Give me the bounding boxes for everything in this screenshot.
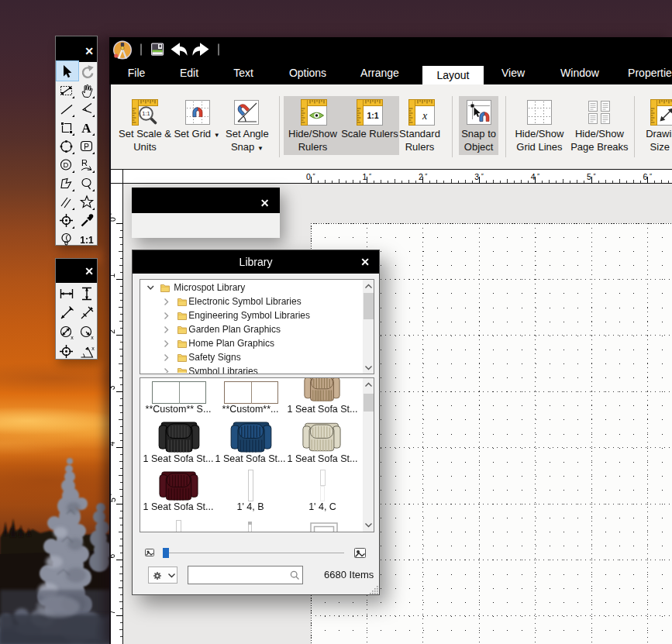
svg-text:x: x (71, 335, 74, 340)
svg-text:2: 2 (419, 172, 423, 181)
svg-text:R: R (81, 158, 88, 167)
svg-text:″: ″ (425, 172, 427, 180)
svg-text:3 ″: 3 ″ (111, 381, 117, 390)
svg-text:1 ″: 1 ″ (111, 269, 117, 278)
svg-text:A: A (81, 121, 91, 136)
svg-text:x: x (422, 110, 428, 122)
svg-text:″: ″ (537, 172, 539, 180)
svg-text:″: ″ (312, 172, 315, 180)
svg-text:″: ″ (650, 172, 652, 180)
svg-text:P: P (84, 143, 89, 151)
svg-text:4: 4 (531, 172, 536, 181)
svg-text:x: x (91, 335, 94, 340)
svg-text:1:1: 1:1 (80, 235, 94, 246)
svg-text:D: D (64, 160, 69, 169)
svg-text:1:1: 1:1 (143, 110, 150, 117)
svg-text:7 ″: 7 ″ (111, 605, 117, 615)
svg-text:1:1: 1:1 (367, 111, 378, 120)
svg-text:0: 0 (306, 172, 311, 181)
svg-text:1: 1 (362, 172, 367, 181)
svg-text:5 ″: 5 ″ (111, 493, 117, 502)
svg-text:6: 6 (643, 172, 647, 181)
svg-text:″: ″ (593, 172, 595, 180)
svg-text:6 ″: 6 ″ (111, 549, 117, 559)
svg-text:x: x (91, 346, 95, 351)
svg-text:″: ″ (481, 172, 484, 180)
svg-text:″: ″ (369, 172, 371, 180)
svg-text:5: 5 (587, 172, 591, 181)
svg-text:0 ″: 0 ″ (111, 212, 117, 222)
svg-text:4 ″: 4 ″ (111, 437, 117, 446)
svg-text:2 ″: 2 ″ (111, 325, 117, 334)
svg-text:3: 3 (474, 172, 479, 181)
